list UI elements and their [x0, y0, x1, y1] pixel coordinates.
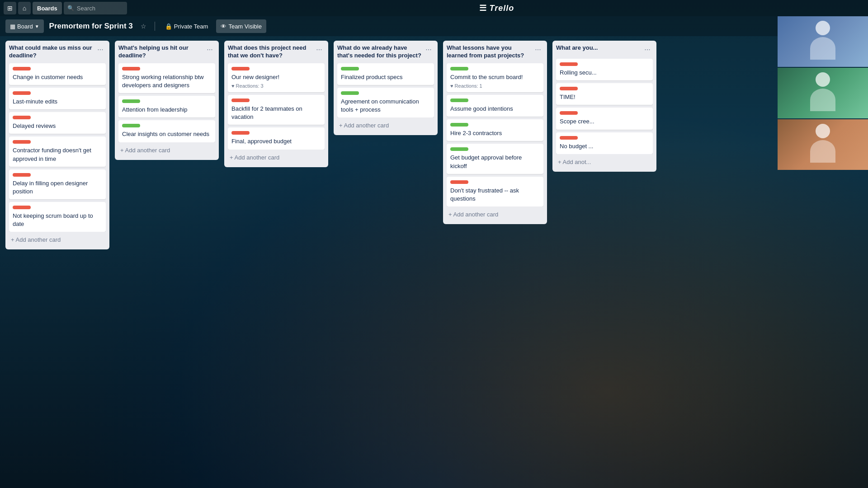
list-4: What lessons have you learned from past …: [443, 41, 547, 224]
card-label-2-1: [231, 99, 250, 102]
card-label-5-2: [560, 111, 578, 115]
card-label-1-2: [122, 124, 140, 127]
card-label-0-0: [13, 67, 31, 70]
card-2-1[interactable]: Backfill for 2 teammates on vacation: [228, 95, 325, 125]
card-text-4-4: Don't stay frustrated -- ask questions: [450, 187, 540, 203]
list-menu-button-0[interactable]: ···: [95, 44, 106, 55]
list-menu-button-3[interactable]: ···: [423, 44, 434, 55]
topbar-center: ☰ Trello: [129, 3, 864, 13]
add-card-button-1[interactable]: + Add another card: [118, 144, 215, 156]
list-title-3: What do we already have that's needed fo…: [337, 44, 423, 60]
list-menu-button-4[interactable]: ···: [533, 44, 543, 55]
apps-button[interactable]: ⊞: [4, 2, 16, 14]
card-text-4-3: Get budget approval before kickoff: [450, 154, 540, 170]
card-2-0[interactable]: Our new designer!♥ Reactions: 3: [228, 63, 325, 92]
list-title-0: What could make us miss our deadline?: [9, 44, 95, 60]
card-3-1[interactable]: Agreement on communication tools + proce…: [337, 88, 434, 117]
card-reaction-2-0: ♥ Reactions: 3: [231, 83, 321, 89]
card-5-3[interactable]: No budget ...: [556, 132, 653, 154]
home-button[interactable]: ⌂: [18, 2, 31, 14]
list-menu-button-1[interactable]: ···: [204, 44, 215, 55]
add-card-button-2[interactable]: + Add another card: [228, 151, 325, 164]
card-5-0[interactable]: Rolling secu...: [556, 59, 653, 80]
cards-container-1: Strong working relationship btw develope…: [118, 63, 215, 142]
card-0-2[interactable]: Delayed reviews: [9, 112, 106, 134]
card-label-4-0: [450, 67, 468, 70]
card-4-4[interactable]: Don't stay frustrated -- ask questions: [447, 177, 543, 206]
card-1-2[interactable]: Clear insights on customer needs: [118, 120, 215, 142]
card-text-5-1: TIME!: [560, 93, 649, 101]
list-title-4: What lessons have you learned from past …: [447, 44, 533, 60]
card-label-5-1: [560, 87, 578, 90]
cards-container-3: Finalized product specsAgreement on comm…: [337, 63, 434, 118]
card-label-1-1: [122, 99, 140, 103]
cards-container-0: Change in customer needsLast-minute edit…: [9, 63, 106, 232]
card-3-0[interactable]: Finalized product specs: [337, 63, 434, 85]
card-1-0[interactable]: Strong working relationship btw develope…: [118, 63, 215, 93]
card-2-2[interactable]: Final, approved budget: [228, 127, 325, 149]
card-0-5[interactable]: Not keeping scrum board up to date: [9, 202, 106, 232]
search-placeholder: Search: [77, 5, 95, 12]
card-0-1[interactable]: Last-minute edits: [9, 88, 106, 109]
card-0-4[interactable]: Delay in filling open designer position: [9, 169, 106, 199]
card-5-2[interactable]: Scope cree...: [556, 108, 653, 129]
add-card-button-3[interactable]: + Add another card: [337, 119, 434, 131]
video-cell-1: [778, 16, 868, 67]
add-card-button-5[interactable]: + Add anot...: [556, 156, 653, 168]
list-title-5: What are you...: [556, 44, 642, 52]
apps-icon: ⊞: [7, 5, 13, 12]
list-title-2: What does this project need that we don'…: [228, 44, 314, 60]
add-card-button-4[interactable]: + Add another card: [447, 208, 543, 221]
list-title-1: What's helping us hit our deadline?: [118, 44, 204, 60]
star-button[interactable]: ☆: [138, 21, 149, 32]
card-text-0-3: Contractor funding doesn't get approved …: [13, 146, 102, 163]
card-label-5-3: [560, 136, 578, 140]
card-1-1[interactable]: Attention from leadership: [118, 96, 215, 117]
list-header-2: What does this project need that we don'…: [228, 44, 325, 60]
private-team-button[interactable]: 🔒 Private Team: [160, 19, 213, 33]
list-header-3: What do we already have that's needed fo…: [337, 44, 434, 60]
boards-label: Boards: [37, 5, 57, 12]
card-label-0-1: [13, 91, 31, 95]
card-text-5-0: Rolling secu...: [560, 69, 649, 77]
search-bar[interactable]: 🔍 Search: [64, 2, 127, 14]
list-3: What do we already have that's needed fo…: [334, 41, 438, 135]
card-4-3[interactable]: Get budget approval before kickoff: [447, 144, 543, 174]
private-label: Private Team: [174, 23, 208, 30]
card-label-0-4: [13, 173, 31, 177]
card-text-4-0: Commit to the scrum board!: [450, 73, 540, 81]
card-reaction-4-0: ♥ Reactions: 1: [450, 83, 540, 89]
card-4-1[interactable]: Assume good intentions: [447, 95, 543, 117]
lock-icon: 🔒: [165, 23, 172, 30]
card-label-3-1: [341, 91, 359, 95]
card-label-2-2: [231, 131, 250, 135]
card-5-1[interactable]: TIME!: [556, 83, 653, 105]
card-text-0-4: Delay in filling open designer position: [13, 179, 102, 196]
team-visible-button[interactable]: 👁 Team Visible: [216, 19, 266, 33]
card-label-4-4: [450, 180, 468, 184]
list-header-0: What could make us miss our deadline?···: [9, 44, 106, 60]
list-menu-button-5[interactable]: ···: [642, 44, 653, 55]
video-cell-3: [778, 119, 868, 170]
card-label-4-3: [450, 147, 468, 151]
boards-button[interactable]: Boards: [33, 2, 62, 14]
add-card-button-0[interactable]: + Add another card: [9, 234, 106, 246]
list-2: What does this project need that we don'…: [224, 41, 328, 167]
eye-icon: 👁: [221, 23, 226, 30]
trello-logo-text: Trello: [490, 4, 514, 13]
card-4-0[interactable]: Commit to the scrum board!♥ Reactions: 1: [447, 63, 543, 92]
card-text-2-0: Our new designer!: [231, 73, 321, 81]
card-4-2[interactable]: Hire 2-3 contractors: [447, 119, 543, 141]
card-label-1-0: [122, 67, 140, 70]
card-text-1-2: Clear insights on customer needs: [122, 130, 212, 138]
card-0-0[interactable]: Change in customer needs: [9, 63, 106, 85]
card-0-3[interactable]: Contractor funding doesn't get approved …: [9, 136, 106, 166]
trello-logo: ☰ Trello: [479, 3, 514, 13]
card-label-5-0: [560, 62, 578, 66]
list-0: What could make us miss our deadline?···…: [5, 41, 109, 249]
board-view-button[interactable]: ▦ Board ▼: [5, 19, 44, 33]
topbar: ⊞ ⌂ Boards 🔍 Search ☰ Trello: [0, 0, 868, 16]
card-label-4-2: [450, 123, 468, 127]
list-menu-button-2[interactable]: ···: [314, 44, 325, 55]
home-icon: ⌂: [23, 5, 26, 12]
